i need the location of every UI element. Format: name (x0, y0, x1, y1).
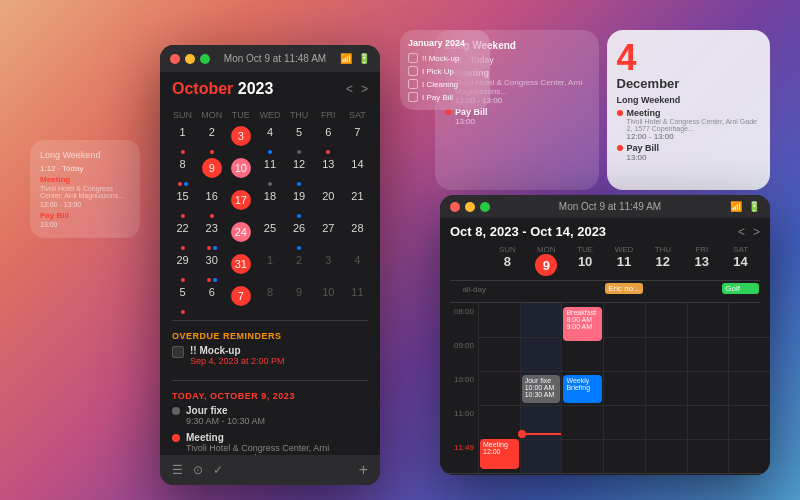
cal-day-25[interactable]: 25 (255, 220, 284, 244)
small-widget-left: Long Weekend 1:12 · Today Meeting Tivoli… (30, 140, 140, 238)
month-nav: October 2023 < > (172, 80, 368, 98)
titlebar-icons: 📶 🔋 (340, 53, 370, 64)
reminder-item-1: !! Mock-up Sep 4, 2023 at 2:00 PM (172, 345, 368, 366)
week-body: 08:00 09:00 10:00 11:00 11:49 Meeting 12… (440, 303, 770, 473)
cal-day-3[interactable]: 3 (226, 124, 255, 148)
week-allday-mon (527, 281, 566, 302)
cal-day-13[interactable]: 13 (314, 156, 343, 180)
cal-day-28[interactable]: 28 (343, 220, 372, 244)
hour-line-tue-3 (562, 405, 603, 406)
week-num-14[interactable]: 14 (721, 254, 760, 269)
jan-item-1: !! Mock-up (422, 54, 459, 63)
week-prev-button[interactable]: < (738, 225, 745, 239)
cal-day-nov-7[interactable]: 7 (226, 284, 255, 308)
week-battery-icon: 🔋 (748, 201, 760, 212)
cal-day-30[interactable]: 30 (197, 252, 226, 276)
cal-day-2[interactable]: 2 (197, 124, 226, 148)
dots-6 (160, 310, 380, 314)
list-icon[interactable]: ☰ (172, 463, 183, 477)
week-event-jour-fixe[interactable]: Jour fixe 10:00 AM 10:30 AM (522, 375, 561, 403)
cal-day-14[interactable]: 14 (343, 156, 372, 180)
week-day-col-wed (603, 303, 645, 473)
week-num-8[interactable]: 8 (488, 254, 527, 269)
maximize-button[interactable] (200, 54, 210, 64)
cal-day-21[interactable]: 21 (343, 188, 372, 212)
week-allday-thu (644, 281, 683, 302)
week-dow-sun: SUN (488, 245, 527, 254)
jan-checkbox-4[interactable] (408, 92, 418, 102)
prev-month-button[interactable]: < (346, 82, 353, 96)
cal-day-8[interactable]: 8 (168, 156, 197, 180)
cal-day-26[interactable]: 26 (285, 220, 314, 244)
cal-day-22[interactable]: 22 (168, 220, 197, 244)
cal-day-29[interactable]: 29 (168, 252, 197, 276)
week-next-button[interactable]: > (753, 225, 760, 239)
week-allday-wed: Eric no... (604, 281, 644, 302)
hour-line-sat-1 (729, 337, 770, 338)
hour-line-thu-4 (646, 439, 687, 440)
week-event-weekly-briefing[interactable]: Weekly Briefing (563, 375, 602, 403)
cal-day-15[interactable]: 15 (168, 188, 197, 212)
cal-day-12[interactable]: 12 (285, 156, 314, 180)
week-event-breakfast[interactable]: Breakfast 8:00 AM 9:00 AM (563, 307, 602, 341)
week-close-button[interactable] (450, 202, 460, 212)
week-num-11[interactable]: 11 (605, 254, 644, 269)
dots-5 (160, 278, 380, 282)
cal-day-7[interactable]: 7 (343, 124, 372, 148)
jan-checkbox-1[interactable] (408, 53, 418, 63)
cal-day-nov-1[interactable]: 1 (255, 252, 284, 276)
cal-day-10[interactable]: 10 (226, 156, 255, 180)
minimize-button[interactable] (185, 54, 195, 64)
cal-day-1[interactable]: 1 (168, 124, 197, 148)
widget-paybill-time: 13:00 (40, 221, 130, 228)
week-num-13[interactable]: 13 (682, 254, 721, 269)
cal-day-31[interactable]: 31 (226, 252, 255, 276)
time-slot-8: 08:00 (440, 303, 478, 337)
cal-day-16[interactable]: 16 (197, 188, 226, 212)
week-time-header-spacer (450, 245, 488, 276)
cal-day-6[interactable]: 6 (314, 124, 343, 148)
cal-day-nov-10[interactable]: 10 (314, 284, 343, 308)
week-event-briefing-sub: Briefing (566, 384, 599, 391)
cal-day-20[interactable]: 20 (314, 188, 343, 212)
cal-day-4[interactable]: 4 (255, 124, 284, 148)
cal-day-nov-8[interactable]: 8 (255, 284, 284, 308)
cal-day-nov-11[interactable]: 11 (343, 284, 372, 308)
add-event-button[interactable]: + (359, 461, 368, 479)
cal-day-18[interactable]: 18 (255, 188, 284, 212)
week-num-9-today[interactable]: 9 (535, 254, 557, 276)
cal-day-24[interactable]: 24 (226, 220, 255, 244)
cal-day-nov-5[interactable]: 5 (168, 284, 197, 308)
jan-paybill: I Pay Bill (408, 92, 482, 102)
cal-day-19[interactable]: 19 (285, 188, 314, 212)
cal-day-nov-6[interactable]: 6 (197, 284, 226, 308)
next-month-button[interactable]: > (361, 82, 368, 96)
cal-day-nov-2[interactable]: 2 (285, 252, 314, 276)
cal-day-27[interactable]: 27 (314, 220, 343, 244)
circle-icon[interactable]: ⊙ (193, 463, 203, 477)
cal-day-17[interactable]: 17 (226, 188, 255, 212)
jan-item-3: I Cleaning (422, 80, 458, 89)
reminder-checkbox-1[interactable] (172, 346, 184, 358)
cal-day-nov-3[interactable]: 3 (314, 252, 343, 276)
cal-day-nov-4[interactable]: 4 (343, 252, 372, 276)
cal-day-11[interactable]: 11 (255, 156, 284, 180)
event-jour-fixe: Jour fixe 9:30 AM - 10:30 AM (172, 405, 368, 426)
cal-day-9-today[interactable]: 9 (197, 156, 226, 180)
jan-checkbox-3[interactable] (408, 79, 418, 89)
lw-paybill-time: 13:00 (455, 117, 488, 126)
cal-day-5[interactable]: 5 (285, 124, 314, 148)
cal-day-nov-9[interactable]: 9 (285, 284, 314, 308)
week-dow-numbers: SUN 8 MON 9 TUE 10 WED 11 THU 12 (450, 245, 760, 281)
week-num-12[interactable]: 12 (643, 254, 682, 269)
week-maximize-button[interactable] (480, 202, 490, 212)
time-slot-9: 09:00 (440, 337, 478, 371)
jan-checkbox-2[interactable] (408, 66, 418, 76)
week-minimize-button[interactable] (465, 202, 475, 212)
week-num-10[interactable]: 10 (566, 254, 605, 269)
week-event-meeting[interactable]: Meeting 12:00 (480, 439, 519, 469)
check-icon[interactable]: ✓ (213, 463, 223, 477)
cal-day-23[interactable]: 23 (197, 220, 226, 244)
close-button[interactable] (170, 54, 180, 64)
hour-line-wed-4 (604, 439, 645, 440)
